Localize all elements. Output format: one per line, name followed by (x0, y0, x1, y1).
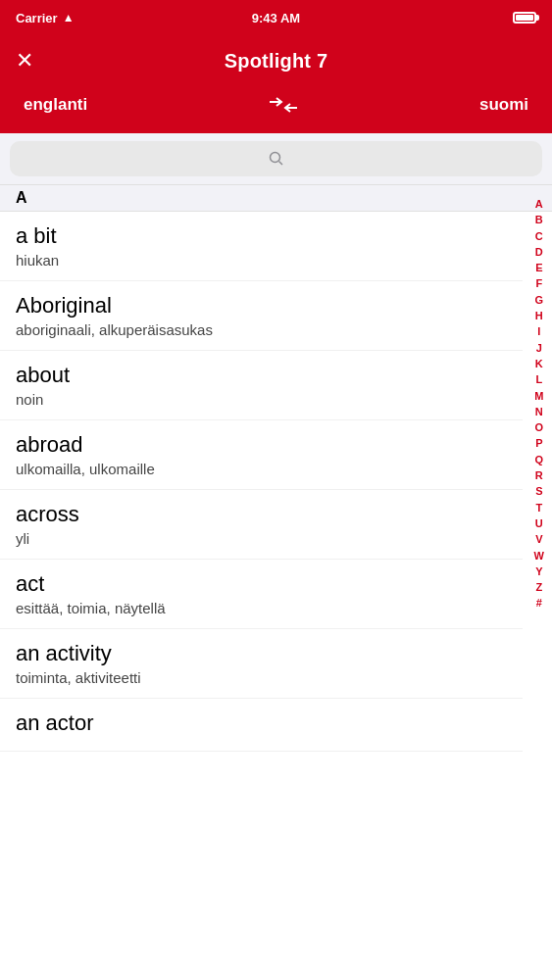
dict-word: Aboriginal (16, 293, 507, 318)
close-button[interactable]: ✕ (16, 50, 33, 72)
wifi-icon: ▲ (63, 11, 75, 24)
battery-icon (513, 12, 536, 24)
dict-entry[interactable]: Aboriginalaboriginaali, alkuperäisasukas (0, 281, 523, 351)
dict-translation: toiminta, aktiviteetti (16, 669, 507, 686)
dict-word: an actor (16, 710, 507, 736)
alpha-letter-q[interactable]: Q (531, 452, 548, 467)
alpha-letter-i[interactable]: I (533, 323, 544, 339)
nav-header: ✕ Spotlight 7 (0, 35, 552, 86)
dict-word: abroad (16, 432, 507, 458)
dict-entry[interactable]: a bithiukan (0, 212, 523, 281)
dict-translation: noin (16, 391, 507, 408)
alpha-letter-c[interactable]: C (531, 228, 547, 244)
language-swap-button[interactable] (268, 96, 299, 114)
alpha-letter-m[interactable]: M (530, 388, 547, 404)
svg-line-1 (278, 162, 282, 166)
dict-entry[interactable]: acrossyli (0, 490, 523, 560)
status-bar-left: Carrier ▲ (16, 11, 75, 25)
dict-word: across (16, 502, 507, 527)
alpha-letter-y[interactable]: Y (531, 564, 546, 579)
dict-translation: hiukan (16, 252, 507, 269)
alpha-letter-n[interactable]: N (531, 404, 547, 419)
dict-translation: esittää, toimia, näytellä (16, 600, 507, 616)
page-title: Spotlight 7 (225, 50, 328, 73)
alpha-letter-p[interactable]: P (531, 435, 546, 451)
alpha-letter-d[interactable]: D (531, 244, 547, 260)
alpha-letter-r[interactable]: R (531, 467, 547, 483)
section-header-a: A (0, 185, 552, 212)
alpha-letter-h[interactable]: H (531, 308, 547, 323)
status-bar: Carrier ▲ 9:43 AM (0, 0, 552, 35)
alpha-letter-f[interactable]: F (531, 275, 546, 291)
alpha-letter-v[interactable]: V (531, 531, 546, 547)
search-icon (269, 151, 284, 167)
dict-entry[interactable]: aboutnoin (0, 351, 523, 420)
dict-word: an activity (16, 641, 507, 666)
alpha-letter-g[interactable]: G (531, 292, 548, 308)
search-bar-container (0, 133, 552, 185)
dict-word: about (16, 363, 507, 388)
alpha-letter-b[interactable]: B (531, 212, 547, 227)
alpha-letter-e[interactable]: E (531, 260, 546, 275)
alpha-letter-a[interactable]: A (531, 196, 547, 212)
alpha-letter-o[interactable]: O (531, 419, 548, 435)
dict-entry[interactable]: abroadulkomailla, ulkomaille (0, 420, 523, 490)
dict-word: act (16, 571, 507, 597)
dict-word: a bit (16, 223, 507, 249)
tab-bar: englanti suomi (0, 86, 552, 133)
tab-suomi[interactable]: suomi (479, 95, 528, 115)
dict-translation: aboriginaali, alkuperäisasukas (16, 321, 507, 338)
dict-entry[interactable]: actesittää, toimia, näytellä (0, 560, 523, 629)
dict-entry[interactable]: an activitytoiminta, aktiviteetti (0, 629, 523, 699)
status-bar-right (513, 12, 536, 24)
status-bar-time: 9:43 AM (252, 11, 300, 25)
alpha-letter-j[interactable]: J (532, 340, 546, 356)
alpha-letter-l[interactable]: L (531, 371, 546, 387)
alpha-letter-#[interactable]: # (532, 595, 546, 611)
alpha-letter-u[interactable]: U (531, 515, 547, 531)
dict-translation: yli (16, 530, 507, 547)
alpha-letter-w[interactable]: W (530, 548, 548, 564)
dictionary-list: a bithiukanAboriginalaboriginaali, alkup… (0, 212, 552, 752)
alpha-letter-s[interactable]: S (531, 483, 546, 499)
alpha-letter-z[interactable]: Z (531, 579, 546, 595)
alpha-letter-k[interactable]: K (531, 356, 547, 371)
svg-point-0 (270, 153, 279, 163)
carrier-label: Carrier (16, 11, 58, 25)
dict-translation: ulkomailla, ulkomaille (16, 461, 507, 477)
dict-entry[interactable]: an actor (0, 699, 523, 752)
alpha-letter-t[interactable]: T (531, 500, 546, 515)
tab-englanti[interactable]: englanti (24, 95, 87, 115)
alphabet-index: ABCDEFGHIJKLMNOPQRSTUVWYZ# (530, 196, 548, 612)
search-bar[interactable] (10, 141, 542, 176)
